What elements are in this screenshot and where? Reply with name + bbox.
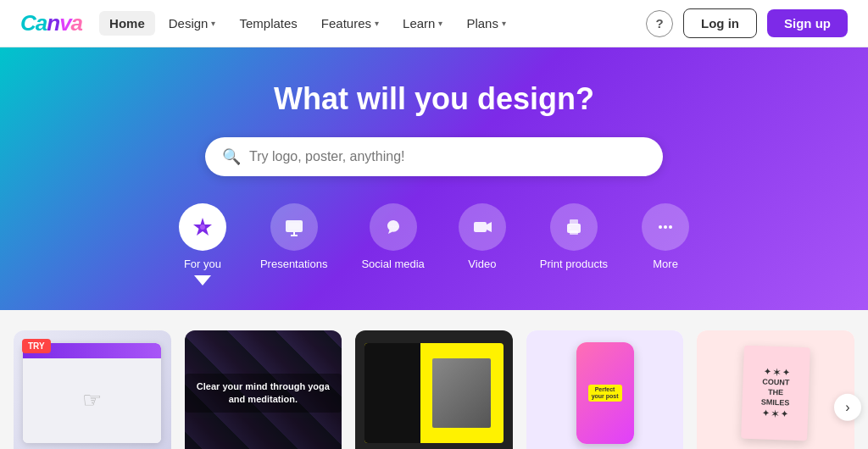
card-presentation[interactable]: Presentation (16:9)	[355, 330, 513, 449]
poster-mockup: ✦ ✶ ✦ COUNT THE SMILES ✦ ✶ ✦	[741, 346, 810, 441]
card-instagram-image: Perfectyour post	[526, 330, 684, 449]
svg-point-10	[568, 227, 570, 230]
svg-point-11	[659, 225, 662, 229]
pres-left-panel	[364, 343, 420, 443]
svg-rect-8	[570, 219, 578, 224]
card-play-with-canva-image: TRY ☞	[14, 330, 171, 449]
category-social-media[interactable]: Social media	[361, 203, 424, 270]
nav-links: Home Design ▾ Templates Features ▾ Learn…	[99, 11, 646, 36]
cards-next-arrow[interactable]: ›	[834, 394, 861, 421]
cursor-icon: ☞	[82, 387, 102, 413]
cards-section: TRY ☞ Play with Canva Clear your mind th…	[0, 310, 868, 449]
signup-button[interactable]: Sign up	[767, 9, 848, 37]
poster-line-3: SMILES	[761, 398, 790, 407]
video-thumbnail: Clear your mind through yoga and meditat…	[185, 330, 342, 449]
chevron-down-icon: ▾	[375, 19, 379, 28]
card-poster[interactable]: ✦ ✶ ✦ COUNT THE SMILES ✦ ✶ ✦ Poster	[697, 330, 854, 449]
chevron-down-icon: ▾	[211, 19, 215, 28]
svg-point-13	[669, 225, 672, 229]
card-poster-image: ✦ ✶ ✦ COUNT THE SMILES ✦ ✶ ✦	[697, 330, 854, 449]
category-row: For you Presentations Social media Video	[17, 203, 851, 270]
video-overlay-text: Clear your mind through yoga and meditat…	[185, 374, 342, 413]
nav-item-learn[interactable]: Learn ▾	[392, 11, 453, 36]
phone-screen: Perfectyour post	[576, 342, 634, 444]
navbar: Canva Home Design ▾ Templates Features ▾…	[0, 0, 868, 47]
nav-item-design[interactable]: Design ▾	[159, 11, 226, 36]
search-icon: 🔍	[222, 147, 241, 166]
card-play-with-canva[interactable]: TRY ☞ Play with Canva	[14, 330, 171, 449]
svg-point-0	[200, 224, 205, 230]
poster-line-1: COUNT	[762, 379, 789, 388]
card-video[interactable]: Clear your mind through yoga and meditat…	[185, 330, 342, 449]
category-label-video: Video	[468, 258, 496, 270]
svg-marker-6	[487, 222, 492, 232]
phone-mockup: Perfectyour post	[576, 342, 634, 444]
category-label-presentations: Presentations	[260, 258, 328, 270]
svg-rect-2	[288, 223, 300, 230]
nav-item-templates[interactable]: Templates	[229, 11, 307, 36]
nav-item-plans[interactable]: Plans ▾	[456, 11, 516, 36]
social-media-icon	[370, 203, 417, 251]
card-presentation-image	[355, 330, 513, 449]
search-input[interactable]	[249, 149, 646, 164]
try-badge: TRY	[22, 339, 51, 353]
card-video-image: Clear your mind through yoga and meditat…	[185, 330, 342, 449]
category-label-for-you: For you	[184, 258, 221, 270]
svg-rect-5	[474, 222, 487, 232]
video-icon	[459, 203, 506, 251]
pres-photo	[432, 358, 491, 429]
category-presentations[interactable]: Presentations	[260, 203, 328, 270]
editor-body: ☞	[23, 358, 161, 443]
more-icon	[642, 203, 689, 251]
presentation-mock	[364, 343, 503, 443]
chevron-down-icon: ▾	[438, 19, 442, 28]
svg-rect-9	[570, 230, 578, 235]
for-you-icon	[179, 203, 226, 251]
login-button[interactable]: Log in	[683, 8, 757, 38]
hero-section: What will you design? 🔍 For you Presenta…	[0, 47, 868, 310]
logo-text: Canva	[20, 10, 82, 36]
svg-point-12	[664, 225, 667, 229]
card-instagram-post[interactable]: Perfectyour post Instagram Post	[526, 330, 684, 449]
logo[interactable]: Canva	[20, 10, 82, 36]
nav-item-features[interactable]: Features ▾	[311, 11, 389, 36]
hero-title: What will you design?	[17, 81, 851, 117]
print-products-icon	[550, 203, 598, 251]
category-print-products[interactable]: Print products	[540, 203, 608, 270]
poster-line-2: THE	[768, 389, 783, 398]
category-label-more: More	[653, 258, 678, 270]
poster-star-2: ✦ ✶ ✦	[762, 408, 787, 419]
help-button[interactable]: ?	[646, 10, 673, 37]
category-video[interactable]: Video	[459, 203, 506, 270]
phone-badge: Perfectyour post	[588, 385, 622, 402]
search-bar[interactable]: 🔍	[205, 137, 663, 176]
nav-right: ? Log in Sign up	[646, 8, 848, 38]
category-label-print-products: Print products	[540, 258, 608, 270]
active-indicator	[194, 275, 211, 285]
category-for-you[interactable]: For you	[179, 203, 226, 270]
poster-star: ✦ ✶ ✦	[764, 368, 789, 378]
presentations-icon	[270, 203, 318, 251]
chevron-down-icon: ▾	[502, 19, 506, 28]
category-more[interactable]: More	[642, 203, 689, 270]
pres-right-panel	[420, 343, 504, 443]
category-label-social-media: Social media	[361, 258, 424, 270]
nav-item-home[interactable]: Home	[99, 11, 155, 36]
editor-mock: ☞	[23, 343, 161, 443]
